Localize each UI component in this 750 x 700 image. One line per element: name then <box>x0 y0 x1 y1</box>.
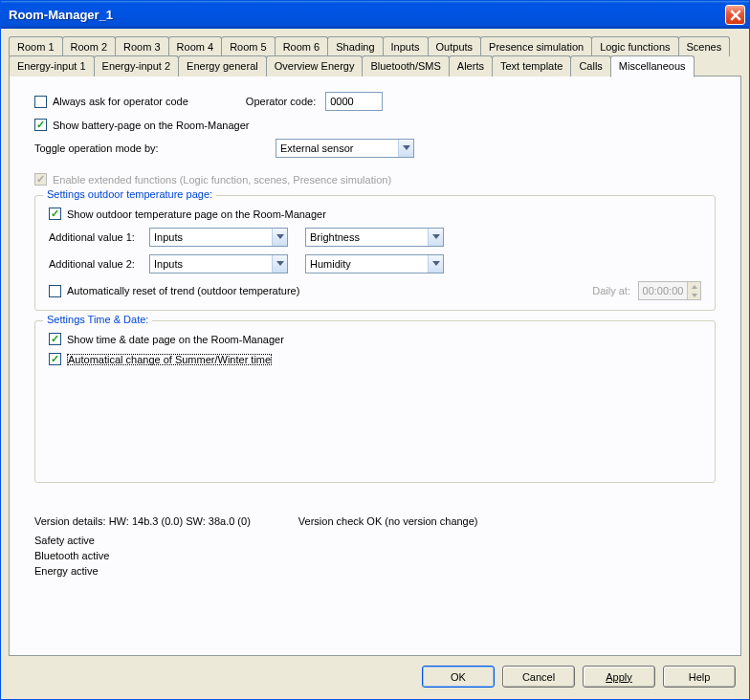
enable-extended-label: Enable extended functions (Logic functio… <box>53 174 391 186</box>
tab-room-4[interactable]: Room 4 <box>168 36 223 56</box>
show-battery-label: Show battery-page on the Room-Manager <box>53 120 249 131</box>
summer-winter-checkbox[interactable]: ✓ <box>49 353 61 365</box>
tab-alerts[interactable]: Alerts <box>449 55 493 77</box>
close-icon <box>730 10 741 21</box>
help-button[interactable]: Help <box>663 666 736 688</box>
chevron-down-icon <box>272 255 287 273</box>
auto-reset-checkbox[interactable] <box>49 285 61 297</box>
daily-at-label: Daily at: <box>592 285 630 296</box>
add-value1-label: Additional value 1: <box>49 231 149 243</box>
tab-room-6[interactable]: Room 6 <box>275 36 329 56</box>
tab-calls[interactable]: Calls <box>570 55 610 77</box>
tab-logic-functions[interactable]: Logic functions <box>591 36 678 56</box>
chevron-down-icon <box>428 255 443 273</box>
add-value2-val-combo[interactable]: Humidity <box>305 254 444 273</box>
tab-page-miscellaneous: Always ask for operator code Operator co… <box>9 76 741 656</box>
client-area: Room 1Room 2Room 3Room 4Room 5Room 6Shad… <box>1 29 749 699</box>
summer-winter-label: Automatical change of Summer/Winter time <box>67 354 272 365</box>
cancel-button[interactable]: Cancel <box>502 666 575 688</box>
version-details: Version details: HW: 14b.3 (0.0) SW: 38a… <box>34 515 251 527</box>
auto-reset-label: Automatically reset of trend (outdoor te… <box>67 285 299 296</box>
chevron-down-icon <box>398 140 413 157</box>
tab-room-2[interactable]: Room 2 <box>62 36 117 56</box>
add-value2-val: Humidity <box>310 258 351 270</box>
tab-miscellaneous[interactable]: Miscellaneous <box>610 55 695 77</box>
add-value2-label: Additional value 2: <box>49 258 149 270</box>
add-value2-src-combo[interactable]: Inputs <box>149 254 288 273</box>
tab-presence-simulation[interactable]: Presence simulation <box>480 36 592 56</box>
add-value1-val-combo[interactable]: Brightness <box>305 228 444 247</box>
enable-extended-checkbox: ✓ <box>34 173 47 186</box>
tab-inputs[interactable]: Inputs <box>383 36 429 56</box>
tab-scenes[interactable]: Scenes <box>678 36 731 56</box>
status-line: Bluetooth active <box>34 550 716 561</box>
tab-text-template[interactable]: Text template <box>492 55 571 77</box>
tab-shading[interactable]: Shading <box>327 36 383 56</box>
group-outdoor-temp: Settings outdoor temperature page: ✓ Sho… <box>34 195 716 311</box>
show-battery-checkbox[interactable]: ✓ <box>34 119 47 131</box>
tab-room-3[interactable]: Room 3 <box>115 36 169 56</box>
window-title: Room-Manager_1 <box>9 8 113 22</box>
button-bar: OK Cancel Apply Help <box>9 656 741 691</box>
close-button[interactable] <box>725 5 745 25</box>
app-window: Room-Manager_1 Room 1Room 2Room 3Room 4R… <box>0 0 750 700</box>
add-value1-src: Inputs <box>154 231 183 243</box>
toggle-mode-label: Toggle operation mode by: <box>34 142 276 154</box>
status-line: Safety active <box>34 535 716 546</box>
show-timedate-label: Show time & date page on the Room-Manage… <box>67 334 284 345</box>
tab-energy-input-1[interactable]: Energy-input 1 <box>9 55 95 77</box>
tab-room-1[interactable]: Room 1 <box>9 36 63 56</box>
daily-at-spinner <box>638 281 701 300</box>
spinner-down-icon <box>688 291 700 299</box>
group-time-date-title: Settings Time & Date: <box>43 314 152 325</box>
show-temp-page-checkbox[interactable]: ✓ <box>49 208 61 220</box>
spinner-up-icon <box>688 282 700 291</box>
show-timedate-checkbox[interactable]: ✓ <box>49 333 61 345</box>
version-check: Version check OK (no version change) <box>298 515 478 527</box>
tab-bluetooth-sms[interactable]: Bluetooth/SMS <box>362 55 449 77</box>
always-ask-checkbox[interactable] <box>34 96 47 108</box>
tab-row-1: Room 1Room 2Room 3Room 4Room 5Room 6Shad… <box>9 36 741 56</box>
group-outdoor-temp-title: Settings outdoor temperature page: <box>43 188 216 200</box>
show-temp-page-label: Show outdoor temperature page on the Roo… <box>67 208 326 220</box>
daily-at-value <box>639 282 687 299</box>
tab-room-5[interactable]: Room 5 <box>221 36 276 56</box>
group-time-date: Settings Time & Date: ✓ Show time & date… <box>34 320 716 483</box>
chevron-down-icon <box>272 229 287 246</box>
ok-button[interactable]: OK <box>422 666 495 688</box>
chevron-down-icon <box>428 229 443 246</box>
tab-energy-general[interactable]: Energy general <box>178 55 267 77</box>
tabstrip: Room 1Room 2Room 3Room 4Room 5Room 6Shad… <box>9 36 741 76</box>
always-ask-label: Always ask for operator code <box>53 96 188 107</box>
titlebar: Room-Manager_1 <box>1 1 749 29</box>
add-value1-val: Brightness <box>310 231 360 243</box>
operator-code-input[interactable] <box>325 92 383 111</box>
tab-outputs[interactable]: Outputs <box>428 36 482 56</box>
status-line: Energy active <box>34 565 716 577</box>
add-value1-src-combo[interactable]: Inputs <box>149 228 288 247</box>
tab-row-2: Energy-input 1Energy-input 2Energy gener… <box>9 55 741 77</box>
toggle-mode-value: External sensor <box>280 142 353 154</box>
operator-code-label: Operator code: <box>246 96 316 107</box>
tab-energy-input-2[interactable]: Energy-input 2 <box>94 55 180 77</box>
tab-overview-energy[interactable]: Overview Energy <box>266 55 364 77</box>
toggle-mode-combo[interactable]: External sensor <box>276 139 414 158</box>
add-value2-src: Inputs <box>154 258 183 270</box>
apply-button[interactable]: Apply <box>583 666 655 688</box>
